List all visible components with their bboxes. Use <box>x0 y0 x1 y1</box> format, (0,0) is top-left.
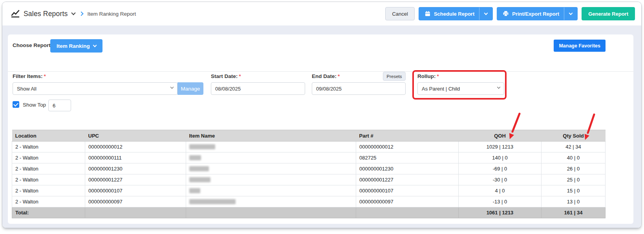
page-title[interactable]: Sales Reports <box>24 10 68 18</box>
column-header-part[interactable]: Part # <box>356 130 459 141</box>
cell-item-name <box>186 196 356 207</box>
rollup-label: Rollup:* <box>417 73 439 79</box>
schedule-report-button[interactable]: Schedule Report <box>419 7 493 20</box>
table-row: 2 - Walton000000000097000000000097-13 | … <box>12 196 606 207</box>
cell-item-name <box>186 141 356 152</box>
breadcrumb: Sales Reports Item Ranking Report <box>11 2 136 25</box>
cell-upc: 000000000111 <box>85 152 186 163</box>
column-header-qty-sold[interactable]: Qty Sold <box>542 130 606 141</box>
filter-items-label: Filter Items:* <box>13 73 46 79</box>
redacted-item-name <box>189 199 236 204</box>
generate-report-button[interactable]: Generate Report <box>582 7 635 20</box>
required-asterisk: * <box>338 73 340 79</box>
column-header-qoh[interactable]: QOH <box>459 130 542 141</box>
cell-item-name <box>186 152 356 163</box>
header-actions: Cancel Schedule Report <box>385 7 635 20</box>
top-header-bar: Sales Reports Item Ranking Report Cancel <box>2 2 641 25</box>
cell-part: 000000000012 <box>356 141 459 152</box>
redacted-item-name <box>189 144 215 149</box>
chevron-down-icon <box>170 85 174 89</box>
cell-part: 000000000097 <box>356 196 459 207</box>
cell-upc: 000000000107 <box>85 185 186 196</box>
filter-items-select[interactable]: Show All <box>13 82 177 95</box>
cell-location: 2 - Walton <box>12 163 85 174</box>
cell-location: 2 - Walton <box>12 174 85 185</box>
rollup-value: As Parent | Child <box>422 86 460 92</box>
cell-qoh: -69 | 0 <box>459 163 542 174</box>
cell-qty-sold: 42 | 34 <box>542 141 606 152</box>
cell-location: 2 - Walton <box>12 185 85 196</box>
total-label: Total: <box>12 207 85 218</box>
choose-report-label: Choose Report <box>13 42 51 48</box>
show-top-checkbox[interactable] <box>13 101 19 108</box>
total-upc-cell <box>85 207 186 218</box>
report-panel: Choose Report Item Ranking Manage Favori… <box>8 34 633 224</box>
print-export-label: Print/Export Report <box>509 11 564 17</box>
printer-icon <box>503 11 509 17</box>
presets-button[interactable]: Presets <box>383 72 406 81</box>
cell-upc: 000000001230 <box>85 163 186 174</box>
item-ranking-table: Location UPC Item Name Part # QOH Qty So… <box>12 130 606 218</box>
manage-filter-button[interactable]: Manage <box>177 82 203 95</box>
start-date-label: Start Date:* <box>211 73 241 79</box>
cell-qty-sold: 13 | 0 <box>542 196 606 207</box>
table-row: 2 - Walton000000000111082725140 | 040 | … <box>12 152 606 163</box>
app-window: Sales Reports Item Ranking Report Cancel <box>2 2 642 228</box>
end-date-label: End Date:* <box>312 73 340 79</box>
redacted-item-name <box>189 166 209 171</box>
manage-favorites-button[interactable]: Manage Favorites <box>554 40 606 52</box>
calendar-icon <box>424 11 431 17</box>
end-date-input[interactable] <box>312 82 406 95</box>
line-chart-icon <box>11 9 20 18</box>
cell-item-name <box>186 174 356 185</box>
cell-qoh: 4 | 0 <box>459 185 542 196</box>
schedule-report-label: Schedule Report <box>431 11 479 17</box>
rollup-select[interactable]: As Parent | Child <box>417 82 504 95</box>
redacted-item-name <box>189 188 200 193</box>
table-row: 2 - Walton000000001227000000001227-30 | … <box>12 174 606 185</box>
table-row: 2 - Walton000000001230000000001230-69 | … <box>12 163 606 174</box>
cell-qty-sold: 26 | 0 <box>542 163 606 174</box>
show-top-input[interactable] <box>48 100 71 111</box>
total-row: Total: 1061 | 1213 161 | 34 <box>12 207 606 218</box>
report-selector-button[interactable]: Item Ranking <box>50 39 102 53</box>
cell-item-name <box>186 163 356 174</box>
column-header-location[interactable]: Location <box>12 130 85 141</box>
cell-part: 000000000107 <box>356 185 459 196</box>
filter-items-value: Show All <box>17 86 37 92</box>
cancel-button[interactable]: Cancel <box>385 7 414 20</box>
chevron-down-icon <box>497 85 500 89</box>
page: Sales Reports Item Ranking Report Cancel <box>0 0 644 234</box>
redacted-item-name <box>189 155 201 160</box>
cell-location: 2 - Walton <box>12 141 85 152</box>
print-export-dropdown-caret[interactable] <box>564 13 577 15</box>
cell-upc: 000000001227 <box>85 174 186 185</box>
report-selector-value: Item Ranking <box>57 43 90 49</box>
cell-qty-sold: 15 | 0 <box>542 185 606 196</box>
required-asterisk: * <box>437 73 439 79</box>
chevron-down-icon[interactable] <box>71 11 75 15</box>
column-header-item-name[interactable]: Item Name <box>186 130 356 141</box>
cell-part: 000000001227 <box>356 174 459 185</box>
cell-qty-sold: 25 | 0 <box>542 174 606 185</box>
required-asterisk: * <box>44 73 46 79</box>
table-header-row: Location UPC Item Name Part # QOH Qty So… <box>12 130 606 141</box>
cell-upc: 000000000097 <box>85 196 186 207</box>
total-item-name-cell <box>186 207 356 218</box>
required-asterisk: * <box>239 73 241 79</box>
cell-qoh: 1029 | 1213 <box>459 141 542 152</box>
cell-qoh: 140 | 0 <box>459 152 542 163</box>
print-export-button[interactable]: Print/Export Report <box>497 7 578 20</box>
start-date-input[interactable] <box>211 82 305 95</box>
cell-part: 000000001230 <box>356 163 459 174</box>
cell-qty-sold: 40 | 0 <box>542 152 606 163</box>
schedule-dropdown-caret[interactable] <box>479 13 492 15</box>
cell-item-name <box>186 185 356 196</box>
total-qty-sold: 161 | 34 <box>542 207 606 218</box>
column-header-upc[interactable]: UPC <box>85 130 186 141</box>
redacted-item-name <box>189 177 210 182</box>
table-row: 2 - Walton0000000001070000000001074 | 01… <box>12 185 606 196</box>
show-top-label: Show Top <box>23 102 46 108</box>
section-divider <box>8 71 633 72</box>
cell-location: 2 - Walton <box>12 196 85 207</box>
